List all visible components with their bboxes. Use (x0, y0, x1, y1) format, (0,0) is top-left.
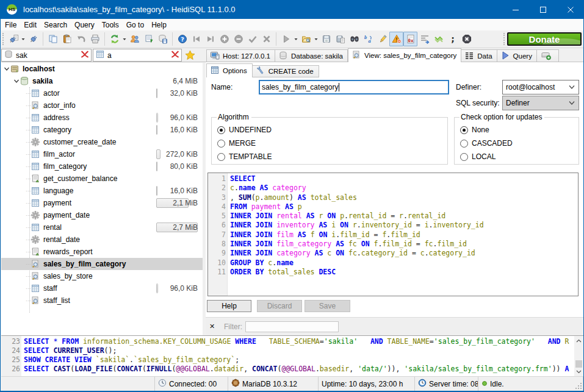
tab-query[interactable]: Query (497, 49, 537, 62)
favorites-star-icon[interactable] (185, 50, 195, 62)
tab-host-127-0-0-1[interactable]: Host: 127.0.0.1 (206, 49, 275, 62)
scroll-down-icon[interactable] (574, 367, 583, 376)
cancel-x-button[interactable] (259, 32, 273, 46)
tree-item-customer_create_date[interactable]: ⋯customer_create_date (1, 136, 203, 148)
replace-button[interactable]: ba (361, 32, 375, 46)
clear-table-filter-icon[interactable] (171, 50, 179, 60)
radio-unchecked-icon[interactable] (460, 140, 468, 148)
refresh-button[interactable] (107, 32, 121, 46)
clear-database-filter-icon[interactable] (81, 50, 89, 60)
tree-expand-chevron[interactable] (4, 66, 10, 72)
paste-button[interactable] (60, 32, 74, 46)
open-file-button[interactable] (299, 32, 313, 46)
copy-button[interactable] (46, 32, 60, 46)
discard-button[interactable]: Discard (257, 300, 302, 312)
close-button[interactable] (557, 0, 584, 19)
reformat-button[interactable] (431, 32, 445, 46)
tree-item-staff_list[interactable]: ⋯staff_list (1, 294, 203, 307)
tree-item-get_customer_balance[interactable]: ⋯get_customer_balance (1, 173, 203, 185)
toolbar-grip2[interactable] (503, 33, 505, 45)
radio-undefined[interactable]: UNDEFINED (217, 125, 272, 135)
print-button[interactable] (88, 32, 102, 46)
subtab-create-code[interactable]: CREATE code (253, 65, 319, 77)
tree-expand-chevron[interactable] (13, 78, 20, 84)
tree-item-film_actor[interactable]: ⋯film_actor272,0 KiB (1, 148, 203, 160)
tree-item-category[interactable]: ⋯category16,0 KiB (1, 124, 203, 136)
close-filter-icon[interactable]: ✕ (209, 323, 215, 330)
scroll-thumb[interactable] (575, 360, 582, 368)
menu-tools[interactable]: Tools (98, 19, 123, 30)
highlight-pencil-button[interactable] (375, 32, 389, 46)
undo-button[interactable] (74, 32, 88, 46)
tab-new-query[interactable] (537, 49, 559, 62)
help-button[interactable]: Help (207, 300, 251, 312)
go-first-button[interactable] (189, 32, 203, 46)
sql-source-editor[interactable]: 1SELECT2c.name AS category3, SUM(p.amoun… (207, 173, 579, 296)
tree-item-actor_info[interactable]: ⋯actor_info (1, 99, 203, 112)
tree-item-payment[interactable]: ⋯payment2,1 MiB (1, 197, 203, 209)
resize-grip[interactable] (575, 382, 582, 390)
save-button[interactable]: Save (305, 300, 350, 312)
tree-item-actor[interactable]: ⋯actor32,0 KiB (1, 87, 203, 99)
connect-button[interactable] (6, 32, 20, 46)
maximize-button[interactable] (529, 0, 557, 19)
table-filter-box[interactable]: a (93, 49, 182, 62)
definer-combobox[interactable]: root@localhost (502, 80, 579, 94)
apply-check-button[interactable] (245, 32, 259, 46)
tree-item-address[interactable]: ⋯address96,0 KiB (1, 112, 203, 124)
subtab-options[interactable]: Options (206, 63, 253, 77)
run-dropdown-caret[interactable] (293, 32, 299, 46)
semicolon-button[interactable]: ; (445, 32, 460, 46)
tree-item-language[interactable]: ⋯language16,0 KiB (1, 185, 203, 197)
add-record-button[interactable] (217, 32, 231, 46)
radio-unchecked-icon[interactable] (217, 153, 225, 161)
tree-item-sales_by_film_category[interactable]: ⋯sales_by_film_category (1, 258, 203, 270)
disconnect-button[interactable] (26, 32, 40, 46)
hex-0x-button[interactable]: 0x (403, 32, 417, 46)
menu-file[interactable]: File (1, 19, 20, 30)
tree-item-film_category[interactable]: ⋯film_category80,0 KiB (1, 160, 203, 173)
table-filter-input[interactable]: a (105, 51, 171, 60)
radio-unchecked-icon[interactable] (217, 140, 225, 148)
tree-item-localhost[interactable]: localhost (1, 63, 203, 75)
delete-record-button[interactable] (231, 32, 245, 46)
tab-view-sales-by-film-category[interactable]: View: sales_by_film_category (348, 48, 461, 62)
connect-dropdown-caret[interactable] (20, 32, 26, 46)
radio-merge[interactable]: MERGE (217, 138, 256, 148)
radio-temptable[interactable]: TEMPTABLE (217, 152, 272, 162)
radio-none[interactable]: None (460, 125, 489, 135)
menu-go-to[interactable]: Go to (123, 19, 148, 30)
tree-item-staff[interactable]: ⋯staff96,0 KiB (1, 282, 203, 294)
refresh-dropdown-caret[interactable] (121, 32, 128, 46)
tree-item-payment_date[interactable]: ⋯payment_date (1, 209, 203, 221)
save-file-button[interactable] (319, 32, 333, 46)
log-scrollbar[interactable] (574, 336, 583, 376)
menu-help[interactable]: Help (148, 19, 170, 30)
go-last-button[interactable] (203, 32, 217, 46)
radio-checked-icon[interactable] (460, 126, 468, 134)
radio-unchecked-icon[interactable] (460, 153, 468, 161)
radio-cascaded[interactable]: CASCADED (460, 138, 513, 148)
radio-checked-icon[interactable] (217, 126, 225, 134)
tree-item-sakila[interactable]: sakila6,4 MiB (1, 75, 203, 87)
menu-edit[interactable]: Edit (20, 19, 40, 30)
scroll-up-icon[interactable] (574, 336, 583, 345)
find-button[interactable] (347, 32, 361, 46)
tree-item-rental_date[interactable]: ⋯rental_date (1, 233, 203, 246)
save-database-button[interactable] (156, 32, 170, 46)
run-button[interactable] (279, 32, 293, 46)
tab-data[interactable]: Data (461, 49, 497, 62)
save-as-button[interactable] (333, 32, 347, 46)
open-file-dropdown-caret[interactable] (313, 32, 319, 46)
menu-search[interactable]: Search (40, 19, 71, 30)
warn-filter-button[interactable] (389, 32, 403, 46)
donate-button[interactable]: Donate (507, 32, 582, 46)
tree-item-rental[interactable]: ⋯rental2,7 MiB (1, 221, 203, 233)
sql-security-combobox[interactable]: Definer (502, 96, 579, 110)
export-tables-button[interactable] (142, 32, 156, 46)
database-filter-box[interactable]: sak (1, 49, 92, 62)
name-input[interactable]: sales_by_film_category (259, 80, 449, 94)
tree-item-rewards_report[interactable]: ⋯rewards_report (1, 246, 203, 258)
tab-database-sakila[interactable]: Database: sakila (275, 49, 348, 62)
user-manager-button[interactable] (128, 32, 142, 46)
